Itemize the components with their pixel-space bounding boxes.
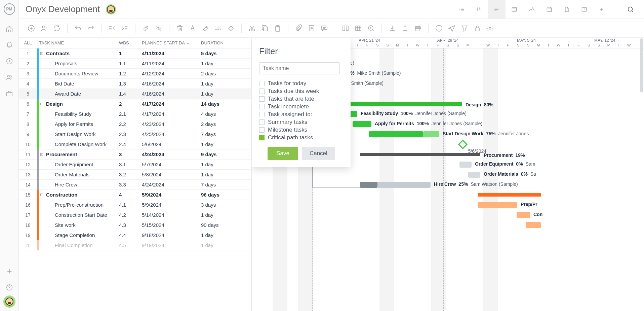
expand-toggle-icon[interactable] — [39, 51, 45, 56]
filter-save-button[interactable]: Save — [268, 147, 298, 160]
assign-icon[interactable] — [39, 23, 49, 33]
user-avatar[interactable] — [3, 296, 15, 308]
milestone-icon[interactable] — [226, 23, 236, 33]
indent-icon[interactable] — [120, 23, 130, 33]
task-row[interactable]: 8 Apply for Permits 2.2 4/23/2024 2 days — [19, 119, 251, 129]
filter-option[interactable]: Tasks that are late — [259, 96, 343, 102]
col-start[interactable]: PLANNED START DA⌄ — [142, 40, 201, 45]
redo-icon[interactable] — [86, 23, 96, 33]
outdent-icon[interactable] — [107, 23, 117, 33]
task-row[interactable]: 14 Hire Crew 3.3 4/24/2024 7 days — [19, 180, 251, 190]
text-color-icon[interactable] — [188, 23, 198, 33]
task-row[interactable]: 6 Design 2 4/17/2024 14 days — [19, 99, 251, 109]
task-row[interactable]: 13 Order Materials 3.2 5/8/2024 1 day — [19, 170, 251, 180]
task-row[interactable]: 19 Stage Completion 4.4 9/18/2024 1 day — [19, 230, 251, 240]
summary-bar[interactable]: Procurement19% — [360, 153, 480, 156]
checkbox[interactable] — [259, 112, 265, 117]
add-task-icon[interactable] — [26, 23, 36, 33]
project-avatar[interactable] — [106, 4, 116, 14]
task-bar[interactable]: Order Equipment0%Sam — [459, 162, 472, 168]
task-row[interactable]: 18 Site work 4.3 5/15/2024 90 days — [19, 220, 251, 230]
checkbox[interactable] — [259, 89, 265, 94]
help-icon[interactable] — [3, 281, 16, 294]
view-file[interactable] — [558, 0, 575, 19]
col-all[interactable]: ALL — [19, 40, 37, 45]
task-row[interactable]: 7 Feasibility Study 2.1 4/17/2024 4 days — [19, 109, 251, 119]
filter-option[interactable]: Tasks due this week — [259, 88, 343, 95]
task-row[interactable]: 16 Prep/Pre-construction 4.1 5/9/2024 3 … — [19, 200, 251, 210]
task-bar-remaining[interactable] — [423, 131, 439, 137]
delete-icon[interactable] — [175, 23, 185, 33]
filter-option[interactable]: Milestone tasks — [259, 127, 343, 133]
home-icon[interactable] — [3, 22, 16, 36]
task-bar[interactable]: Hire Crew25%Sam Watson (Sample) — [360, 182, 377, 188]
copy-icon[interactable] — [260, 23, 270, 33]
checkbox[interactable] — [259, 81, 265, 86]
refresh-icon[interactable] — [52, 23, 62, 33]
link-icon[interactable] — [141, 23, 151, 33]
view-workload[interactable] — [523, 0, 540, 19]
send-icon[interactable] — [447, 23, 457, 33]
comment-icon[interactable] — [319, 23, 329, 33]
filter-option[interactable]: Summary tasks — [259, 119, 343, 126]
expand-toggle-icon[interactable] — [39, 152, 45, 157]
task-row[interactable]: 15 Construction 4 5/9/2024 96 days — [19, 190, 251, 200]
task-bar[interactable]: Start Design Work75%Jennifer Jones — [369, 131, 423, 137]
task-row[interactable]: 2 Proposals 1.1 4/11/2024 1 day — [19, 59, 251, 69]
note-icon[interactable] — [307, 23, 317, 33]
checkbox[interactable] — [259, 135, 265, 140]
view-add[interactable] — [593, 0, 610, 19]
task-row[interactable]: 1 Contracts 1 4/11/2024 5 days — [19, 48, 251, 59]
milestone-diamond[interactable]: 5/6/2024 — [458, 140, 468, 149]
task-row[interactable]: 3 Documents Review 1.2 4/12/2024 2 days — [19, 69, 251, 79]
export-icon[interactable] — [400, 23, 410, 33]
paste-icon[interactable] — [273, 23, 283, 33]
view-risk[interactable] — [575, 0, 593, 19]
task-row[interactable]: 10 Complete Design Work 2.4 5/6/2024 1 d… — [19, 139, 251, 149]
summary-bar[interactable]: Design80% — [338, 102, 462, 106]
task-bar[interactable]: Con — [517, 212, 530, 218]
checkbox[interactable] — [259, 96, 265, 102]
col-name[interactable]: TASK NAME — [37, 40, 119, 45]
task-row[interactable]: 4 Bid Date 1.3 4/16/2024 1 day — [19, 79, 251, 89]
view-list[interactable] — [453, 0, 471, 19]
app-logo[interactable]: PM — [4, 3, 15, 15]
undo-icon[interactable] — [73, 23, 83, 33]
filter-option[interactable]: Tasks for today — [259, 80, 343, 87]
search-icon[interactable] — [624, 3, 637, 16]
cut-icon[interactable] — [247, 23, 257, 33]
columns-icon[interactable] — [340, 23, 351, 33]
checkbox[interactable] — [259, 104, 265, 109]
clear-format-icon[interactable] — [200, 23, 210, 33]
col-duration[interactable]: DURATION — [201, 40, 233, 45]
attach-icon[interactable] — [294, 23, 304, 33]
filter-option[interactable]: Critical path tasks — [259, 134, 343, 141]
filter-icon[interactable] — [459, 23, 470, 33]
scrollbar[interactable] — [640, 38, 643, 92]
clock-icon[interactable] — [3, 55, 16, 68]
filter-task-name-input[interactable] — [259, 62, 340, 74]
checkbox[interactable] — [259, 119, 265, 125]
gantt-chart[interactable]: APR, 21 '24APR, 28 '24MAY, 5 '24MAY, 12 … — [252, 38, 644, 311]
task-row[interactable]: 20 Final Completion 4.5 9/19/2024 1 day — [19, 240, 251, 250]
bell-icon[interactable] — [3, 38, 16, 52]
expand-toggle-icon[interactable] — [39, 193, 45, 197]
task-bar[interactable]: Apply for Permits100%Jennifer Jones (Sam… — [353, 121, 371, 127]
filter-cancel-button[interactable]: Cancel — [302, 147, 335, 160]
view-sheet[interactable] — [506, 0, 523, 19]
view-gantt[interactable] — [488, 0, 506, 19]
summary-bar[interactable] — [478, 193, 541, 197]
info-icon[interactable] — [434, 23, 444, 33]
task-bar[interactable] — [526, 222, 541, 228]
task-bar[interactable]: Order Materials0%Sa — [468, 172, 480, 178]
task-row[interactable]: 9 Start Design Work 2.3 4/25/2024 7 days — [19, 129, 251, 139]
view-calendar[interactable] — [540, 0, 558, 19]
plus-icon[interactable] — [3, 265, 16, 278]
briefcase-icon[interactable] — [3, 87, 16, 100]
task-row[interactable]: 17 Construction Start Date 4.2 5/14/2024… — [19, 210, 251, 220]
import-icon[interactable] — [387, 23, 397, 33]
lock-icon[interactable] — [472, 23, 482, 33]
percent-icon[interactable]: 123 — [213, 23, 223, 33]
task-row[interactable]: 11 Procurement 3 4/24/2024 9 days — [19, 149, 251, 160]
filter-option[interactable]: Task assigned to: — [259, 111, 343, 118]
